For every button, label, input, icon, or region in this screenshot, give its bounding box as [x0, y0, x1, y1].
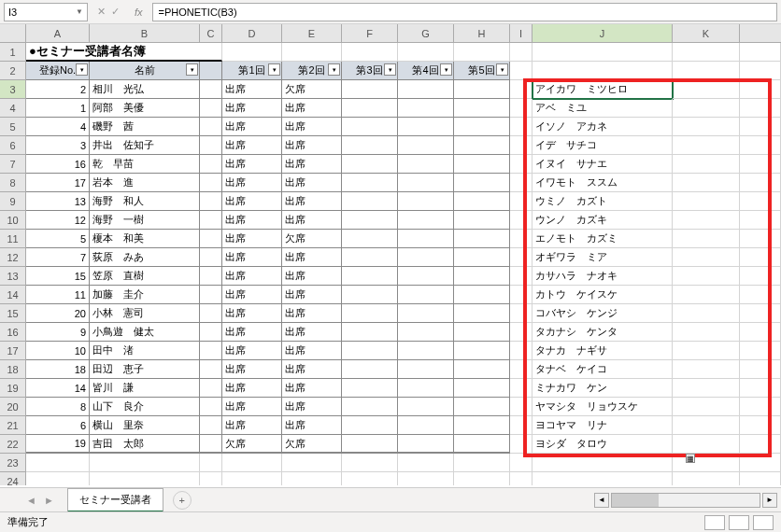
cell-name[interactable]: 小鳥遊 健太: [90, 323, 200, 342]
cell-r2[interactable]: 出席: [282, 174, 342, 192]
cell-phonetic[interactable]: カサハラ ナオキ: [532, 267, 673, 286]
cell-regno[interactable]: 13: [26, 192, 90, 211]
cell-r1[interactable]: 出席: [222, 80, 282, 99]
empty-cell[interactable]: [673, 230, 740, 248]
cell-r3[interactable]: [342, 192, 398, 211]
cell-r4[interactable]: [398, 174, 454, 192]
cell-name[interactable]: 田中 渚: [90, 342, 200, 360]
cell-r2[interactable]: 出席: [282, 136, 342, 155]
cell-r5[interactable]: [454, 230, 510, 248]
cell-blank[interactable]: [200, 342, 222, 360]
cell-r1[interactable]: 出席: [222, 323, 282, 342]
cell-r2[interactable]: 出席: [282, 248, 342, 267]
cell-name[interactable]: 海野 一樹: [90, 211, 200, 230]
cell-phonetic[interactable]: タナベ ケイコ: [532, 360, 673, 379]
empty-cell[interactable]: [740, 472, 781, 485]
cell-r5[interactable]: [454, 342, 510, 360]
cell-regno[interactable]: 2: [26, 80, 90, 99]
cell-r3[interactable]: [342, 230, 398, 248]
row-header-10[interactable]: 10: [0, 211, 25, 230]
cell-phonetic[interactable]: アベ ミユ: [532, 99, 673, 118]
row-header-11[interactable]: 11: [0, 230, 25, 248]
col-header-I[interactable]: I: [510, 24, 532, 42]
cell-r3[interactable]: [342, 379, 398, 398]
cell-phonetic[interactable]: エノモト カズミ: [532, 230, 673, 248]
cell-blank[interactable]: [200, 360, 222, 379]
scroll-thumb[interactable]: [612, 494, 659, 507]
empty-cell[interactable]: [510, 155, 532, 174]
cell-r2[interactable]: 欠席: [282, 80, 342, 99]
empty-cell[interactable]: [673, 155, 740, 174]
empty-cell[interactable]: [740, 416, 781, 435]
formula-input[interactable]: =PHONETIC(B3): [152, 3, 777, 21]
cell-r2[interactable]: 出席: [282, 342, 342, 360]
empty-cell[interactable]: [510, 342, 532, 360]
cell-r5[interactable]: [454, 211, 510, 230]
row-header-7[interactable]: 7: [0, 155, 25, 174]
empty-cell[interactable]: [510, 304, 532, 323]
cell-r2[interactable]: 出席: [282, 360, 342, 379]
cell-name[interactable]: 田辺 恵子: [90, 360, 200, 379]
cell-r4[interactable]: [398, 230, 454, 248]
cell-r1[interactable]: 出席: [222, 304, 282, 323]
cell-r2[interactable]: 出席: [282, 304, 342, 323]
cell-r4[interactable]: [398, 398, 454, 416]
cell-r1[interactable]: 出席: [222, 192, 282, 211]
row-header-8[interactable]: 8: [0, 174, 25, 192]
row-header-14[interactable]: 14: [0, 286, 25, 304]
cell-r2[interactable]: 出席: [282, 211, 342, 230]
empty-cell[interactable]: [90, 472, 200, 485]
empty-cell[interactable]: [342, 43, 398, 62]
cell-r1[interactable]: 出席: [222, 379, 282, 398]
cells-area[interactable]: ●セミナー受講者名簿 登録No.▾名前▾第1回▾第2回▾第3回▾第4回▾第5回▾…: [26, 43, 781, 485]
empty-cell[interactable]: [454, 454, 510, 472]
empty-cell[interactable]: [532, 454, 673, 472]
row-header-21[interactable]: 21: [0, 416, 25, 435]
cell-blank[interactable]: [200, 99, 222, 118]
cell-r3[interactable]: [342, 267, 398, 286]
cell-name[interactable]: 榎本 和美: [90, 230, 200, 248]
filter-dropdown-icon[interactable]: ▾: [384, 63, 396, 76]
empty-cell[interactable]: [673, 192, 740, 211]
cell-regno[interactable]: 18: [26, 360, 90, 379]
cell-r3[interactable]: [342, 286, 398, 304]
empty-cell[interactable]: [26, 454, 90, 472]
cell-blank[interactable]: [200, 248, 222, 267]
cell-r4[interactable]: [398, 211, 454, 230]
cell-r2[interactable]: 出席: [282, 323, 342, 342]
row-header-19[interactable]: 19: [0, 379, 25, 398]
cell-regno[interactable]: 7: [26, 248, 90, 267]
empty-cell[interactable]: [673, 267, 740, 286]
select-all-corner[interactable]: [0, 24, 26, 42]
cell-r5[interactable]: [454, 267, 510, 286]
cell-r1[interactable]: 出席: [222, 398, 282, 416]
cell-r4[interactable]: [398, 99, 454, 118]
cell-r4[interactable]: [398, 80, 454, 99]
cell-phonetic[interactable]: カトウ ケイスケ: [532, 286, 673, 304]
row-header-2[interactable]: 2: [0, 62, 25, 80]
row-header-17[interactable]: 17: [0, 342, 25, 360]
filter-dropdown-icon[interactable]: ▾: [76, 63, 88, 76]
empty-cell[interactable]: [510, 323, 532, 342]
empty-cell[interactable]: [532, 472, 673, 485]
table-header[interactable]: 第2回▾: [282, 62, 342, 80]
table-header[interactable]: 名前▾: [90, 62, 200, 80]
nav-prev-icon[interactable]: ◄: [26, 495, 36, 506]
table-header[interactable]: 第3回▾: [342, 62, 398, 80]
cell-r1[interactable]: 出席: [222, 360, 282, 379]
cell-regno[interactable]: 11: [26, 286, 90, 304]
cell-r3[interactable]: [342, 136, 398, 155]
cell-regno[interactable]: 5: [26, 230, 90, 248]
cell-r2[interactable]: 出席: [282, 379, 342, 398]
empty-cell[interactable]: [673, 118, 740, 136]
cell-r5[interactable]: [454, 360, 510, 379]
cell-r3[interactable]: [342, 118, 398, 136]
cell-regno[interactable]: 4: [26, 118, 90, 136]
cell-r5[interactable]: [454, 416, 510, 435]
cell-phonetic[interactable]: ミナカワ ケン: [532, 379, 673, 398]
col-header-H[interactable]: H: [454, 24, 510, 42]
empty-cell[interactable]: [673, 360, 740, 379]
empty-cell[interactable]: [454, 472, 510, 485]
empty-cell[interactable]: [673, 323, 740, 342]
empty-cell[interactable]: [673, 174, 740, 192]
